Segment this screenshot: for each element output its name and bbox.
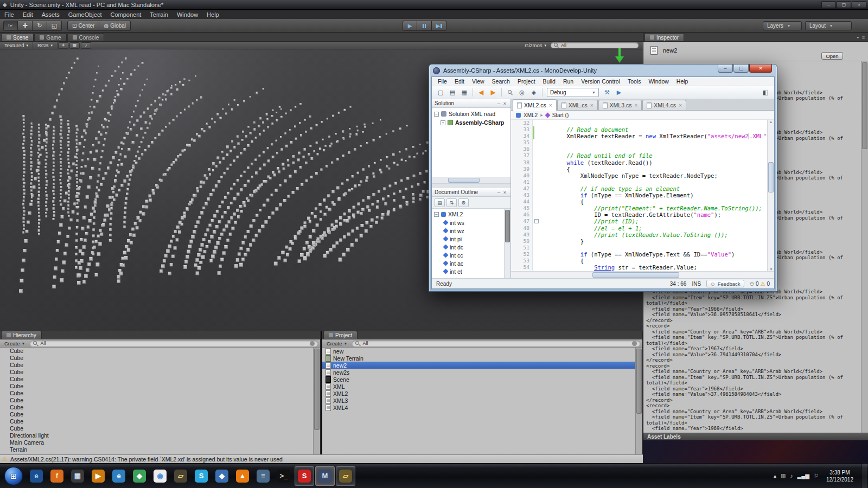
collapse-icon[interactable]: −: [434, 212, 439, 217]
editor-tab-xml-cs[interactable]: XML.cs×: [557, 100, 598, 110]
unity-menu-assets[interactable]: Assets: [37, 11, 64, 18]
taskbar-vlc[interactable]: ▲: [233, 466, 252, 486]
outline-field[interactable]: int pi: [432, 235, 510, 243]
md-menu-version-control[interactable]: Version Control: [577, 78, 624, 85]
project-item[interactable]: new2s: [322, 369, 635, 376]
outline-field[interactable]: int dc: [432, 243, 510, 251]
hierarchy-search-field[interactable]: All: [30, 341, 318, 346]
tab-scene[interactable]: Scene: [1, 33, 34, 41]
navigate-forward-button[interactable]: ▶: [488, 87, 499, 98]
taskbar-skype[interactable]: S: [192, 466, 211, 486]
taskbar-chrome[interactable]: ◉: [150, 466, 170, 486]
md-menu-edit[interactable]: Edit: [451, 78, 468, 85]
pad-close-icon[interactable]: ×: [502, 190, 508, 195]
minimize-button[interactable]: –: [821, 1, 836, 8]
unity-menu-window[interactable]: Window: [173, 11, 202, 18]
find-in-files-button[interactable]: ◈: [528, 87, 539, 98]
taskbar-emule[interactable]: e: [109, 466, 129, 486]
taskbar-media-player[interactable]: ▶: [88, 466, 108, 486]
project-create-button[interactable]: Create▼: [324, 341, 349, 346]
taskbar-internet-explorer[interactable]: e: [27, 466, 46, 486]
hierarchy-item[interactable]: Cube: [0, 362, 313, 369]
expand-icon[interactable]: +: [441, 120, 445, 125]
tray-show-hidden-icon[interactable]: ▴: [774, 473, 776, 479]
close-tab-icon[interactable]: ×: [679, 102, 682, 108]
layout-toggle-button[interactable]: ◧: [760, 87, 771, 98]
unity-status-bar[interactable]: ⚠ Assets/XML2.cs(21,17): warning CS0414:…: [0, 454, 643, 463]
error-counter[interactable]: ⊖0⚠0: [750, 281, 770, 287]
hierarchy-item[interactable]: Cube: [0, 397, 313, 404]
outline-sort-button[interactable]: ⇅: [446, 198, 457, 207]
scene-lighting-toggle[interactable]: ☀: [58, 42, 68, 49]
hierarchy-item[interactable]: Cube: [0, 404, 313, 411]
tab-project[interactable]: Project: [323, 331, 358, 339]
hierarchy-item[interactable]: Cube: [0, 369, 313, 376]
unity-menu-edit[interactable]: Edit: [18, 11, 37, 18]
minimize-button[interactable]: –: [718, 65, 733, 73]
dock-splitter[interactable]: [432, 184, 510, 188]
maximize-button[interactable]: ▢: [733, 65, 749, 73]
md-menu-tools[interactable]: Tools: [624, 78, 645, 85]
tab-inspector[interactable]: Inspector: [644, 33, 684, 41]
hierarchy-item[interactable]: Cube: [0, 348, 313, 355]
outline-field[interactable]: int ws: [432, 219, 510, 227]
taskbar-monodevelop[interactable]: M: [315, 466, 335, 486]
taskbar-red-s-app[interactable]: S: [295, 466, 314, 486]
editor-tab-xml3-cs[interactable]: XML3.cs×: [598, 100, 642, 110]
open-button[interactable]: Open: [821, 52, 843, 60]
hierarchy-item[interactable]: Main Camera: [0, 439, 313, 446]
project-item[interactable]: XML2: [322, 390, 635, 397]
document-outline-header[interactable]: Document Outline–×: [432, 188, 510, 197]
build-configuration-dropdown[interactable]: Debug▼: [547, 88, 599, 97]
feedback-button[interactable]: ☺Feedback: [706, 280, 744, 287]
inspector-scrollbar[interactable]: [861, 61, 868, 433]
project-item[interactable]: XML3: [322, 397, 635, 404]
asset-labels-bar[interactable]: Asset Labels: [643, 433, 868, 440]
tray-network-icon[interactable]: ▂▄▆: [797, 473, 809, 479]
outline-scrollbar[interactable]: [504, 209, 510, 278]
close-tab-icon[interactable]: ×: [549, 102, 552, 108]
project-item[interactable]: XML4: [322, 404, 635, 411]
find-replace-button[interactable]: ◎: [516, 87, 527, 98]
navigate-back-button[interactable]: ◀: [476, 87, 487, 98]
md-menu-search[interactable]: Search: [488, 78, 514, 85]
unity-menu-component[interactable]: Component: [106, 11, 145, 18]
outline-settings-button[interactable]: ⚙: [458, 198, 469, 207]
space-toggle-button[interactable]: ◍Global: [99, 21, 131, 31]
hand-tool-button[interactable]: ☞: [3, 21, 18, 31]
editor-tab-xml2-cs[interactable]: XML2.cs×: [513, 99, 557, 111]
unity-menu-help[interactable]: Help: [202, 11, 224, 18]
new-file-button[interactable]: ▢: [435, 87, 446, 98]
shading-mode-dropdown[interactable]: Textured▾: [0, 42, 33, 49]
build-button[interactable]: ⚒: [602, 87, 612, 98]
scene-overlay-toggle[interactable]: ▦: [69, 42, 80, 49]
md-menu-build[interactable]: Build: [539, 78, 559, 85]
pivot-toggle-button[interactable]: ⊡Center: [67, 21, 99, 31]
panel-menu-icon[interactable]: ≡: [862, 35, 865, 40]
lock-icon[interactable]: ▪: [857, 35, 859, 40]
editor-hscrollbar[interactable]: [511, 271, 774, 278]
start-button[interactable]: ⊞: [4, 467, 23, 485]
pause-button[interactable]: [417, 21, 432, 31]
solution-hscrollbar[interactable]: [432, 177, 510, 184]
taskbar-messenger[interactable]: ◆: [130, 466, 149, 486]
unity-menu-file[interactable]: File: [0, 11, 18, 18]
project-item[interactable]: new2: [322, 362, 635, 369]
pad-minimize-icon[interactable]: –: [496, 190, 502, 195]
project-item[interactable]: New Terrain: [322, 355, 635, 362]
scale-tool-button[interactable]: ◱: [47, 21, 62, 31]
outline-root-item[interactable]: −XML2: [432, 210, 510, 219]
breadcrumb-member[interactable]: Start (): [552, 112, 569, 118]
play-button[interactable]: ▶: [403, 21, 417, 31]
editor-vscrollbar[interactable]: ▲▼: [767, 120, 774, 271]
close-button[interactable]: ✕: [749, 65, 772, 73]
hierarchy-item[interactable]: Cube: [0, 376, 313, 383]
maximize-button[interactable]: ▢: [837, 1, 851, 8]
md-menu-file[interactable]: File: [434, 78, 451, 85]
pad-minimize-icon[interactable]: –: [496, 101, 502, 106]
taskbar-notepad[interactable]: ≡: [253, 466, 273, 486]
save-button[interactable]: ▦: [459, 87, 470, 98]
hierarchy-item[interactable]: Directional light: [0, 432, 313, 439]
hierarchy-item[interactable]: Cube: [0, 411, 313, 418]
outline-field[interactable]: int ac: [432, 259, 510, 267]
